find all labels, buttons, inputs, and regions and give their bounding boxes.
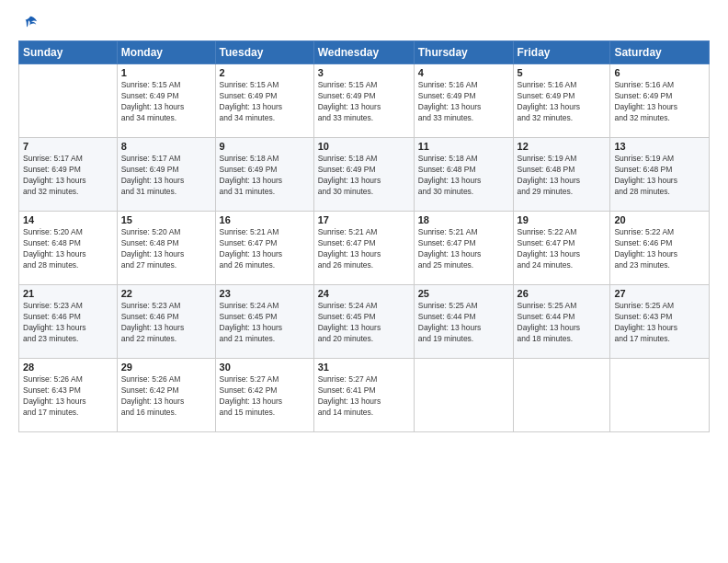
calendar-cell: 17Sunrise: 5:21 AMSunset: 6:47 PMDayligh…: [313, 212, 414, 285]
day-number: 18: [418, 214, 509, 225]
day-number: 2: [220, 67, 310, 78]
day-number: 14: [23, 214, 113, 225]
day-info: Sunrise: 5:27 AMSunset: 6:42 PMDaylight:…: [220, 374, 310, 419]
day-info: Sunrise: 5:24 AMSunset: 6:45 PMDaylight:…: [318, 301, 410, 345]
calendar-cell: 4Sunrise: 5:16 AMSunset: 6:49 PMDaylight…: [414, 64, 513, 138]
day-info: Sunrise: 5:16 AMSunset: 6:49 PMDaylight:…: [614, 80, 705, 124]
day-number: 22: [121, 288, 211, 299]
day-info: Sunrise: 5:25 AMSunset: 6:44 PMDaylight:…: [418, 301, 509, 345]
day-info: Sunrise: 5:26 AMSunset: 6:43 PMDaylight:…: [23, 374, 113, 419]
day-number: 1: [121, 67, 211, 78]
calendar-cell: 15Sunrise: 5:20 AMSunset: 6:48 PMDayligh…: [117, 212, 215, 285]
day-info: Sunrise: 5:19 AMSunset: 6:48 PMDaylight:…: [518, 154, 607, 198]
weekday-header-friday: Friday: [513, 41, 610, 64]
week-row-2: 7Sunrise: 5:17 AMSunset: 6:49 PMDaylight…: [19, 138, 710, 212]
calendar-cell: 14Sunrise: 5:20 AMSunset: 6:48 PMDayligh…: [19, 212, 118, 285]
day-number: 6: [614, 67, 705, 78]
day-info: Sunrise: 5:16 AMSunset: 6:49 PMDaylight:…: [518, 80, 607, 124]
calendar-cell: 13Sunrise: 5:19 AMSunset: 6:48 PMDayligh…: [610, 138, 710, 212]
day-info: Sunrise: 5:25 AMSunset: 6:43 PMDaylight:…: [614, 301, 705, 345]
day-info: Sunrise: 5:15 AMSunset: 6:49 PMDaylight:…: [318, 80, 410, 124]
calendar-cell: 24Sunrise: 5:24 AMSunset: 6:45 PMDayligh…: [313, 285, 414, 359]
week-row-1: 1Sunrise: 5:15 AMSunset: 6:49 PMDaylight…: [19, 64, 710, 138]
day-info: Sunrise: 5:22 AMSunset: 6:46 PMDaylight:…: [614, 227, 705, 271]
calendar-cell: 6Sunrise: 5:16 AMSunset: 6:49 PMDaylight…: [610, 64, 710, 138]
weekday-header-monday: Monday: [117, 41, 215, 64]
calendar-cell: 3Sunrise: 5:15 AMSunset: 6:49 PMDaylight…: [313, 64, 414, 138]
calendar-cell: 31Sunrise: 5:27 AMSunset: 6:41 PMDayligh…: [313, 359, 414, 432]
day-info: Sunrise: 5:24 AMSunset: 6:45 PMDaylight:…: [220, 301, 310, 345]
day-info: Sunrise: 5:18 AMSunset: 6:48 PMDaylight:…: [418, 154, 509, 198]
calendar-cell: 9Sunrise: 5:18 AMSunset: 6:49 PMDaylight…: [215, 138, 313, 212]
day-number: 20: [614, 214, 705, 225]
day-info: Sunrise: 5:26 AMSunset: 6:42 PMDaylight:…: [121, 374, 211, 419]
day-info: Sunrise: 5:17 AMSunset: 6:49 PMDaylight:…: [121, 154, 211, 198]
day-info: Sunrise: 5:18 AMSunset: 6:49 PMDaylight:…: [220, 154, 310, 198]
day-info: Sunrise: 5:23 AMSunset: 6:46 PMDaylight:…: [121, 301, 211, 345]
day-number: 26: [518, 288, 607, 299]
calendar-cell: [513, 359, 610, 432]
day-info: Sunrise: 5:27 AMSunset: 6:41 PMDaylight:…: [318, 374, 410, 419]
day-number: 3: [318, 67, 410, 78]
calendar-cell: [19, 64, 118, 138]
day-info: Sunrise: 5:21 AMSunset: 6:47 PMDaylight:…: [220, 227, 310, 271]
day-number: 12: [518, 141, 607, 152]
day-number: 30: [220, 362, 310, 373]
day-number: 4: [418, 67, 509, 78]
day-number: 7: [23, 141, 113, 152]
weekday-header-tuesday: Tuesday: [215, 41, 313, 64]
day-info: Sunrise: 5:20 AMSunset: 6:48 PMDaylight:…: [121, 227, 211, 271]
week-row-3: 14Sunrise: 5:20 AMSunset: 6:48 PMDayligh…: [19, 212, 710, 285]
calendar-cell: 5Sunrise: 5:16 AMSunset: 6:49 PMDaylight…: [513, 64, 610, 138]
day-number: 31: [318, 362, 410, 373]
day-number: 10: [318, 141, 410, 152]
calendar-cell: 23Sunrise: 5:24 AMSunset: 6:45 PMDayligh…: [215, 285, 313, 359]
calendar-cell: [414, 359, 513, 432]
day-number: 19: [518, 214, 607, 225]
day-info: Sunrise: 5:18 AMSunset: 6:49 PMDaylight:…: [318, 154, 410, 198]
weekday-header-saturday: Saturday: [610, 41, 710, 64]
calendar-cell: 29Sunrise: 5:26 AMSunset: 6:42 PMDayligh…: [117, 359, 215, 432]
logo: [18, 15, 40, 31]
calendar-cell: 18Sunrise: 5:21 AMSunset: 6:47 PMDayligh…: [414, 212, 513, 285]
day-number: 9: [220, 141, 310, 152]
calendar-cell: 26Sunrise: 5:25 AMSunset: 6:44 PMDayligh…: [513, 285, 610, 359]
day-info: Sunrise: 5:22 AMSunset: 6:47 PMDaylight:…: [518, 227, 607, 271]
calendar-cell: 2Sunrise: 5:15 AMSunset: 6:49 PMDaylight…: [215, 64, 313, 138]
calendar-cell: 21Sunrise: 5:23 AMSunset: 6:46 PMDayligh…: [19, 285, 118, 359]
day-info: Sunrise: 5:17 AMSunset: 6:49 PMDaylight:…: [23, 154, 113, 198]
calendar-cell: 27Sunrise: 5:25 AMSunset: 6:43 PMDayligh…: [610, 285, 710, 359]
week-row-4: 21Sunrise: 5:23 AMSunset: 6:46 PMDayligh…: [19, 285, 710, 359]
day-info: Sunrise: 5:15 AMSunset: 6:49 PMDaylight:…: [121, 80, 211, 124]
day-number: 24: [318, 288, 410, 299]
day-number: 28: [23, 362, 113, 373]
day-info: Sunrise: 5:25 AMSunset: 6:44 PMDaylight:…: [518, 301, 607, 345]
day-number: 8: [121, 141, 211, 152]
day-info: Sunrise: 5:16 AMSunset: 6:49 PMDaylight:…: [418, 80, 509, 124]
calendar-cell: 7Sunrise: 5:17 AMSunset: 6:49 PMDaylight…: [19, 138, 118, 212]
day-number: 27: [614, 288, 705, 299]
day-number: 17: [318, 214, 410, 225]
calendar-cell: 22Sunrise: 5:23 AMSunset: 6:46 PMDayligh…: [117, 285, 215, 359]
calendar-cell: 19Sunrise: 5:22 AMSunset: 6:47 PMDayligh…: [513, 212, 610, 285]
weekday-header-sunday: Sunday: [19, 41, 118, 64]
weekday-header-wednesday: Wednesday: [313, 41, 414, 64]
day-number: 25: [418, 288, 509, 299]
day-number: 29: [121, 362, 211, 373]
day-number: 16: [220, 214, 310, 225]
page: SundayMondayTuesdayWednesdayThursdayFrid…: [0, 0, 728, 563]
day-number: 11: [418, 141, 509, 152]
logo-text: [18, 15, 40, 31]
calendar-cell: 1Sunrise: 5:15 AMSunset: 6:49 PMDaylight…: [117, 64, 215, 138]
day-info: Sunrise: 5:19 AMSunset: 6:48 PMDaylight:…: [614, 154, 705, 198]
calendar-cell: 11Sunrise: 5:18 AMSunset: 6:48 PMDayligh…: [414, 138, 513, 212]
calendar-cell: [610, 359, 710, 432]
calendar-cell: 12Sunrise: 5:19 AMSunset: 6:48 PMDayligh…: [513, 138, 610, 212]
week-row-5: 28Sunrise: 5:26 AMSunset: 6:43 PMDayligh…: [19, 359, 710, 432]
calendar-cell: 28Sunrise: 5:26 AMSunset: 6:43 PMDayligh…: [19, 359, 118, 432]
calendar-cell: 10Sunrise: 5:18 AMSunset: 6:49 PMDayligh…: [313, 138, 414, 212]
calendar-cell: 30Sunrise: 5:27 AMSunset: 6:42 PMDayligh…: [215, 359, 313, 432]
day-info: Sunrise: 5:21 AMSunset: 6:47 PMDaylight:…: [318, 227, 410, 271]
day-info: Sunrise: 5:20 AMSunset: 6:48 PMDaylight:…: [23, 227, 113, 271]
calendar-cell: 8Sunrise: 5:17 AMSunset: 6:49 PMDaylight…: [117, 138, 215, 212]
